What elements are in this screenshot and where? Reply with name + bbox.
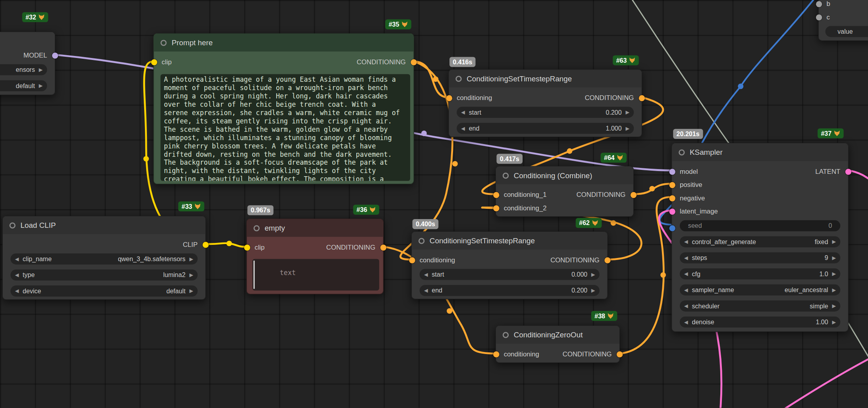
- increment-arrow-icon[interactable]: ▶: [832, 287, 836, 293]
- node-load-diffusion-model[interactable]: MODEL ◀ ensors ▶ ◀ default ▶: [0, 31, 55, 95]
- clip-name-widget[interactable]: ◀ clip_name qwen_3_4b.safetensors ▶: [10, 253, 197, 264]
- conditioning-output-slot-dot[interactable]: [604, 257, 610, 263]
- value-widget[interactable]: value: [826, 26, 868, 37]
- increment-arrow-icon[interactable]: ▶: [189, 256, 193, 262]
- conditioning1-input-slot-dot[interactable]: [493, 192, 499, 198]
- node-header[interactable]: ConditioningSetTimestepRange: [412, 232, 607, 250]
- decrement-arrow-icon[interactable]: ◀: [684, 255, 688, 260]
- prompt-textarea[interactable]: A photorealistic image of a young East A…: [160, 74, 410, 181]
- decrement-arrow-icon[interactable]: ◀: [424, 288, 428, 293]
- decrement-arrow-icon[interactable]: ◀: [15, 256, 19, 262]
- conditioning-input-slot-dot[interactable]: [446, 95, 452, 101]
- node-load-clip[interactable]: Load CLIP CLIP ◀ clip_name qwen_3_4b.saf…: [2, 216, 206, 300]
- collapse-dot-icon[interactable]: [419, 238, 424, 244]
- decrement-arrow-icon[interactable]: ◀: [424, 272, 428, 277]
- widget-name: start: [469, 109, 481, 116]
- model-output-slot-dot[interactable]: [52, 52, 58, 58]
- collapse-dot-icon[interactable]: [10, 222, 15, 228]
- weight-dtype-widget[interactable]: ◀ default ▶: [0, 80, 47, 91]
- increment-arrow-icon[interactable]: ▶: [189, 289, 193, 294]
- decrement-arrow-icon[interactable]: ◀: [15, 273, 19, 278]
- node-prompt-here[interactable]: Prompt here clip CONDITIONING A photorea…: [153, 33, 414, 185]
- start-widget[interactable]: ◀ start 0.000 ▶: [420, 269, 600, 280]
- latent-output-slot-dot[interactable]: [845, 169, 851, 175]
- unet-name-widget[interactable]: ◀ ensors ▶: [0, 64, 47, 75]
- device-widget[interactable]: ◀ device default ▶: [10, 285, 197, 296]
- decrement-arrow-icon[interactable]: ◀: [684, 239, 688, 244]
- decrement-arrow-icon[interactable]: ◀: [684, 304, 688, 309]
- node-conditioning-set-timestep-range-62[interactable]: ConditioningSetTimestepRange conditionin…: [411, 231, 608, 299]
- increment-arrow-icon[interactable]: ▶: [189, 273, 193, 278]
- node-header[interactable]: ConditioningZeroOut: [496, 326, 619, 344]
- node-id-badge: #64: [601, 153, 627, 163]
- collapse-dot-icon[interactable]: [503, 332, 509, 338]
- node-header[interactable]: Conditioning (Combine): [496, 167, 633, 185]
- increment-arrow-icon[interactable]: ▶: [39, 83, 43, 89]
- decrement-arrow-icon[interactable]: ◀: [461, 110, 465, 115]
- conditioning-input-slot-dot[interactable]: [493, 351, 499, 357]
- b-input-slot-dot[interactable]: [816, 1, 822, 7]
- sampler-name-widget[interactable]: ◀ sampler_name euler_ancestral ▶: [680, 285, 840, 296]
- denoise-widget[interactable]: ◀ denoise 1.00 ▶: [680, 316, 840, 327]
- c-input-slot-dot[interactable]: [816, 14, 822, 20]
- collapse-dot-icon[interactable]: [503, 172, 509, 178]
- increment-arrow-icon[interactable]: ▶: [591, 288, 595, 293]
- decrement-arrow-icon[interactable]: ◀: [684, 287, 688, 293]
- node-ksampler[interactable]: KSampler model LATENT positive negative …: [671, 143, 849, 332]
- node-conditioning-zero-out[interactable]: ConditioningZeroOut conditioning CONDITI…: [496, 325, 620, 363]
- model-input-slot-dot[interactable]: [669, 169, 675, 175]
- conditioning-output-slot-dot[interactable]: [630, 192, 636, 198]
- node-header[interactable]: Load CLIP: [3, 216, 205, 234]
- steps-widget[interactable]: ◀ steps 9 ▶: [680, 252, 840, 264]
- node-conditioning-combine[interactable]: Conditioning (Combine) conditioning_1 CO…: [496, 166, 634, 217]
- increment-arrow-icon[interactable]: ▶: [832, 271, 836, 277]
- end-widget[interactable]: ◀ end 1.000 ▶: [457, 123, 634, 134]
- conditioning-input-slot-dot[interactable]: [409, 257, 415, 263]
- collapse-dot-icon[interactable]: [253, 225, 259, 231]
- node-partial-top-right[interactable]: b c value: [818, 0, 868, 41]
- clip-input-slot-dot[interactable]: [151, 59, 157, 65]
- cfg-widget[interactable]: ◀ cfg 1.0 ▶: [680, 268, 840, 279]
- increment-arrow-icon[interactable]: ▶: [832, 304, 836, 309]
- scheduler-widget[interactable]: ◀ scheduler simple ▶: [680, 300, 840, 312]
- start-widget[interactable]: ◀ start 0.200 ▶: [457, 107, 634, 118]
- decrement-arrow-icon[interactable]: ◀: [15, 289, 19, 294]
- type-widget[interactable]: ◀ type lumina2 ▶: [10, 269, 197, 281]
- conditioning-output-slot-dot[interactable]: [638, 95, 644, 101]
- node-header[interactable]: empty: [247, 219, 383, 237]
- positive-input-slot-dot[interactable]: [669, 182, 675, 188]
- node-header[interactable]: KSampler: [672, 143, 848, 161]
- increment-arrow-icon[interactable]: ▶: [39, 67, 43, 72]
- increment-arrow-icon[interactable]: ▶: [832, 319, 836, 325]
- increment-arrow-icon[interactable]: ▶: [832, 255, 836, 260]
- increment-arrow-icon[interactable]: ▶: [591, 272, 595, 277]
- latent-image-input-slot-dot[interactable]: [669, 208, 675, 214]
- node-empty-prompt[interactable]: empty clip CONDITIONING text: [246, 219, 384, 294]
- input-label: conditioning_2: [504, 204, 547, 212]
- clip-input-slot-dot[interactable]: [244, 244, 250, 250]
- conditioning2-input-slot-dot[interactable]: [493, 205, 499, 211]
- collapse-dot-icon[interactable]: [160, 40, 166, 46]
- end-widget[interactable]: ◀ end 0.200 ▶: [420, 285, 600, 296]
- seed-widget[interactable]: seed 0: [680, 220, 840, 231]
- clip-output-slot-dot[interactable]: [203, 242, 208, 248]
- control-after-generate-widget[interactable]: ◀ control_after_generate fixed ▶: [680, 236, 840, 247]
- seed-input-slot-dot[interactable]: [669, 225, 675, 231]
- node-header[interactable]: Prompt here: [154, 34, 414, 52]
- collapse-dot-icon[interactable]: [455, 75, 461, 81]
- negative-input-slot-dot[interactable]: [669, 195, 675, 201]
- node-header[interactable]: ConditioningSetTimestepRange: [449, 70, 642, 88]
- decrement-arrow-icon[interactable]: ◀: [461, 126, 465, 131]
- conditioning-output-slot-dot[interactable]: [380, 244, 386, 250]
- conditioning-output-slot-dot[interactable]: [616, 351, 622, 357]
- collapse-dot-icon[interactable]: [679, 149, 685, 155]
- node-conditioning-set-timestep-range-63[interactable]: ConditioningSetTimestepRange conditionin…: [448, 69, 642, 137]
- increment-arrow-icon[interactable]: ▶: [625, 110, 629, 115]
- decrement-arrow-icon[interactable]: ◀: [684, 271, 688, 277]
- increment-arrow-icon[interactable]: ▶: [625, 126, 629, 131]
- decrement-arrow-icon[interactable]: ◀: [684, 319, 688, 325]
- empty-textarea[interactable]: text: [253, 259, 379, 290]
- node-graph-canvas[interactable]: MODEL ◀ ensors ▶ ◀ default ▶ Prompt here…: [0, 0, 868, 408]
- conditioning-output-slot-dot[interactable]: [411, 59, 417, 65]
- increment-arrow-icon[interactable]: ▶: [832, 239, 836, 244]
